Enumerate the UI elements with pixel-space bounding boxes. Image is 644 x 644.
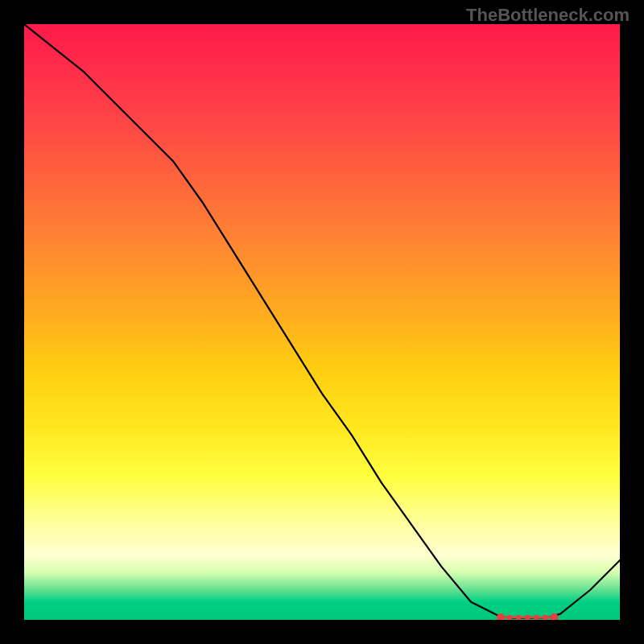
marker-dot <box>543 615 547 620</box>
marker-dot <box>507 615 512 620</box>
chart-svg <box>24 24 620 620</box>
marker-dot <box>525 615 530 620</box>
marker-dot <box>497 613 505 620</box>
plot-area <box>24 24 620 620</box>
marker-group <box>497 613 559 620</box>
marker-dot <box>534 615 539 620</box>
marker-dot <box>516 615 521 620</box>
curve-path <box>24 24 620 618</box>
watermark-text: TheBottleneck.com <box>466 5 630 26</box>
